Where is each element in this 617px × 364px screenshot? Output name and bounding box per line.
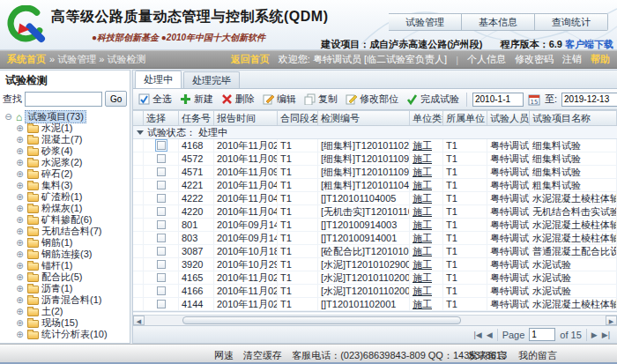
tree-item[interactable]: ⊕ 矿渣粉(1) <box>4 191 130 203</box>
expand-icon[interactable]: ⊕ <box>15 226 25 237</box>
tree-item[interactable]: ⊕ 混凝土(7) <box>4 134 130 145</box>
row-checkbox[interactable] <box>157 286 166 295</box>
header-nav-tab[interactable]: 试验管理 <box>389 13 462 31</box>
table-row[interactable]: 4165 2010年11月02日 T1 [水泥]T120101102001 施工… <box>133 271 617 285</box>
tree-item[interactable]: ⊕ 钢筋连接(3) <box>4 249 130 260</box>
expand-icon[interactable]: ⊕ <box>15 329 25 340</box>
unit-type-cell[interactable]: 施工 <box>410 271 443 284</box>
client-download-link[interactable]: 客户端下载 <box>565 39 613 49</box>
net-speed-link[interactable]: 网速 <box>214 350 234 360</box>
first-page-button[interactable]: |◀ <box>473 331 481 339</box>
table-row[interactable]: 4571 2010年11月09日 T1 [细集料]T120101109002 施… <box>133 166 617 179</box>
table-row[interactable]: 4222 2010年11月04日 T1 []T120101104005 施工 T… <box>133 192 617 205</box>
tree-item[interactable]: ⊕ 统计分析表(10) <box>4 329 130 340</box>
row-select-cell[interactable] <box>144 179 179 191</box>
tree-item-label[interactable]: 沥青混合料(1) <box>41 294 101 306</box>
column-header-contract[interactable]: 合同段名称 <box>278 111 318 125</box>
expand-icon[interactable]: ⊕ <box>15 145 25 157</box>
tree-item-label[interactable]: 配合比(5) <box>41 271 82 283</box>
group-collapse-icon[interactable] <box>137 130 144 135</box>
unit-type-cell[interactable]: 施工 <box>410 152 443 165</box>
row-select-cell[interactable] <box>144 166 179 178</box>
row-select-cell[interactable] <box>144 219 179 231</box>
column-header-number[interactable]: 检测编号 <box>318 111 410 125</box>
expand-icon[interactable]: ⊕ <box>15 180 25 191</box>
unit-type-cell[interactable]: 施工 <box>410 205 443 218</box>
scroll-right-arrow[interactable]: ▶ <box>606 316 617 325</box>
expand-icon[interactable]: ⊕ <box>15 157 25 168</box>
personal-info-link[interactable]: 个人信息 <box>467 53 506 66</box>
table-row[interactable]: 801 2010年09月14日 T1 []T120100914003 施工 T1… <box>133 219 617 232</box>
date-from-input[interactable] <box>472 93 524 107</box>
tree-item-label[interactable]: 水泥(1) <box>41 123 72 134</box>
table-row[interactable]: 4144 2010年11月02日 T1 []T120101102001 施工 T… <box>133 298 617 311</box>
copy-button[interactable]: 复制 <box>302 92 339 107</box>
tab-processing[interactable]: 处理中 <box>135 71 182 88</box>
tree-item-label[interactable]: 无机结合料(7) <box>41 226 101 237</box>
tree-item[interactable]: ⊕ 沥青混合料(1) <box>4 294 130 306</box>
tree-item-label[interactable]: 锚杆(1) <box>41 260 72 271</box>
tree-item[interactable]: ⊕ 砂浆(4) <box>4 145 130 157</box>
finish-test-button[interactable]: 完成试验 <box>405 92 461 107</box>
header-nav-tab[interactable]: 基本信息 <box>462 13 535 31</box>
tree-item[interactable]: ⊕ 粉煤灰(1) <box>4 203 130 214</box>
last-page-button[interactable]: ▶| <box>602 331 610 339</box>
row-select-cell[interactable] <box>144 258 179 271</box>
unit-type-cell[interactable]: 施工 <box>410 298 443 310</box>
table-row[interactable]: 4168 2010年11月02日 T1 [细集料]T120101102001 施… <box>133 139 617 152</box>
tree-item-label[interactable]: 砂浆(4) <box>41 145 72 157</box>
table-row[interactable]: 803 2010年09月14日 T1 []T120100914001 施工 T1… <box>133 232 617 245</box>
tree-item-label[interactable]: 集料(3) <box>41 180 72 191</box>
select-all-button[interactable]: 全选 <box>137 92 174 107</box>
my-message-link[interactable]: 我的留言 <box>518 350 557 360</box>
row-select-cell[interactable] <box>144 232 179 244</box>
expand-icon[interactable]: ⊕ <box>15 237 25 249</box>
row-checkbox[interactable] <box>157 207 166 216</box>
unit-type-cell[interactable]: 施工 <box>410 192 443 204</box>
table-row[interactable]: 3920 2010年10月29日 T1 [水泥]T120101029009 施工… <box>133 258 617 271</box>
expand-icon[interactable]: ⊕ <box>15 203 25 214</box>
row-select-cell[interactable] <box>144 285 179 297</box>
expand-icon[interactable]: ⊕ <box>15 123 25 134</box>
row-checkbox[interactable] <box>157 194 166 203</box>
tree-item[interactable]: ⊕ 锚杆(1) <box>4 260 130 271</box>
tree-root-item[interactable]: ⊖ ⌂ 试验项目(73) <box>4 111 130 123</box>
unit-type-cell[interactable]: 施工 <box>410 219 443 231</box>
tree-item-label[interactable]: 钢筋连接(3) <box>41 249 92 260</box>
post-message-link[interactable]: 发表留言 <box>468 350 507 360</box>
row-select-cell[interactable] <box>144 192 179 204</box>
row-checkbox[interactable] <box>157 220 166 229</box>
scrollbar-thumb[interactable] <box>182 316 461 324</box>
unit-type-cell[interactable]: 施工 <box>410 232 443 244</box>
row-select-cell[interactable] <box>144 271 179 284</box>
page-number-input[interactable] <box>529 328 555 341</box>
tree-item[interactable]: ⊕ 碎石(2) <box>4 168 130 180</box>
tree-item-label[interactable]: 土(2) <box>41 306 63 317</box>
horizontal-scrollbar[interactable]: ◀ ▶ <box>133 315 617 325</box>
column-header-project[interactable]: 试验项目名称 <box>530 111 617 125</box>
unit-type-cell[interactable]: 施工 <box>410 139 443 152</box>
row-select-cell[interactable] <box>144 139 179 152</box>
unit-type-cell[interactable]: 施工 <box>410 166 443 178</box>
unit-type-cell[interactable]: 施工 <box>410 245 443 257</box>
unit-type-cell[interactable]: 施工 <box>410 258 443 271</box>
expand-icon[interactable]: ⊕ <box>15 317 25 329</box>
tree-item-label[interactable]: 碎石(2) <box>41 168 72 180</box>
tree-item-label[interactable]: 粉煤灰(1) <box>41 203 82 214</box>
header-nav-tab[interactable]: 查询统计 <box>535 13 608 31</box>
modify-part-button[interactable]: 修改部位 <box>344 92 400 107</box>
tree-item-label[interactable]: 钢筋(1) <box>41 237 72 249</box>
table-row[interactable]: 4221 2010年11月04日 T1 [粗集料]T120101104001 施… <box>133 179 617 192</box>
tree-item[interactable]: ⊕ 集料(3) <box>4 180 130 191</box>
tree-item-label[interactable]: 矿料掺配(6) <box>41 214 92 226</box>
column-header-task[interactable]: 任务号 <box>179 111 214 125</box>
row-checkbox[interactable] <box>157 260 166 269</box>
column-header-unittype[interactable]: 单位类型 <box>410 111 443 125</box>
logout-link[interactable]: 注销 <box>562 53 582 66</box>
row-checkbox[interactable] <box>157 141 166 150</box>
expand-icon[interactable]: ⊕ <box>15 249 25 260</box>
clear-cache-link[interactable]: 清空缓存 <box>243 350 282 360</box>
row-select-cell[interactable] <box>144 205 179 218</box>
row-select-cell[interactable] <box>144 245 179 257</box>
column-header-select[interactable]: 选择 <box>144 111 179 125</box>
